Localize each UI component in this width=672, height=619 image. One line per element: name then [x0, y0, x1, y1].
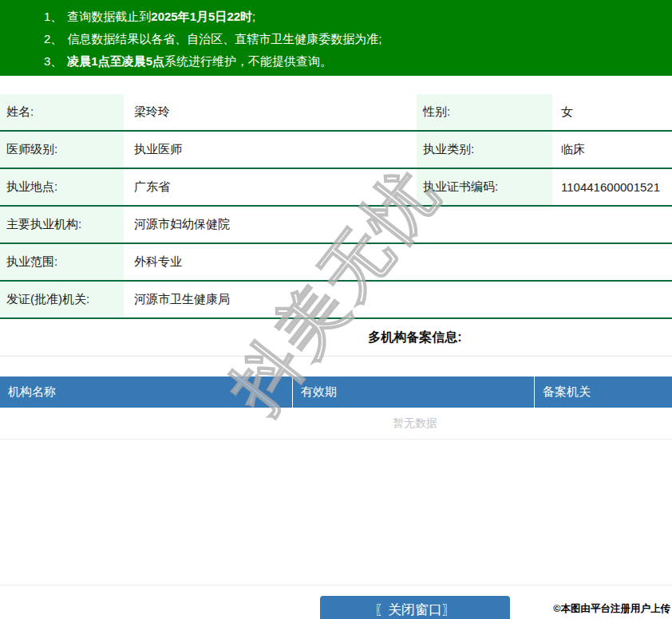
- empty-data-placeholder: 暂无数据: [0, 408, 672, 440]
- copyright-notice: ©本图由平台注册用户上传: [553, 602, 670, 616]
- column-header-filing-authority: 备案机关: [535, 377, 672, 408]
- notice-number: 1、: [44, 10, 62, 23]
- practitioner-info-table: 姓名: 梁玲玲 性别: 女 医师级别: 执业医师 执业类别: 临床 执业地点: …: [0, 94, 672, 440]
- field-value-name: 梁玲玲: [124, 94, 417, 130]
- field-label-certificate-number: 执业证书编码:: [417, 169, 552, 205]
- field-value-main-institution: 河源市妇幼保健院: [124, 207, 672, 242]
- field-label-issuing-authority: 发证(批准)机关:: [0, 282, 124, 317]
- column-header-validity-period: 有效期: [293, 377, 535, 408]
- notice-text: ;: [252, 10, 255, 23]
- field-label-gender: 性别:: [417, 94, 552, 130]
- table-row: 主要执业机构: 河源市妇幼保健院: [0, 207, 672, 244]
- table-row: 姓名: 梁玲玲 性别: 女: [0, 94, 672, 132]
- field-value-certificate-number: 110441600001521: [552, 169, 672, 205]
- notice-text-bold: 凌晨1点至凌晨5点: [67, 54, 164, 68]
- field-value-doctor-level: 执业医师: [124, 132, 417, 168]
- spacer: [0, 357, 672, 377]
- field-label-practice-location: 执业地点:: [0, 169, 124, 205]
- notice-text-bold: 2025年1月5日22时: [151, 10, 252, 23]
- table-row: 执业地点: 广东省 执业证书编码: 110441600001521: [0, 169, 672, 207]
- notice-line-3: 3、凌晨1点至凌晨5点系统进行维护，不能提供查询。: [44, 50, 672, 73]
- notice-number: 3、: [44, 54, 62, 68]
- field-value-practice-location: 广东省: [124, 169, 417, 205]
- table-row: 发证(批准)机关: 河源市卫生健康局: [0, 282, 672, 319]
- column-header-institution-name: 机构名称: [0, 377, 293, 408]
- field-label-practice-scope: 执业范围:: [0, 244, 124, 280]
- notice-banner: 1、查询数据截止到2025年1月5日22时; 2、信息数据结果以各省、自治区、直…: [0, 0, 672, 76]
- multi-institution-section-title: 多机构备案信息:: [0, 319, 672, 357]
- notice-line-1: 1、查询数据截止到2025年1月5日22时;: [44, 6, 672, 28]
- notice-text: 系统进行维护，不能提供查询。: [164, 54, 332, 68]
- field-value-practice-category: 临床: [552, 132, 672, 168]
- close-window-button[interactable]: 〖关闭窗口〗: [320, 596, 510, 619]
- field-value-issuing-authority: 河源市卫生健康局: [124, 282, 672, 317]
- notice-line-2: 2、信息数据结果以各省、自治区、直辖市卫生健康委数据为准;: [44, 28, 672, 50]
- notice-number: 2、: [44, 32, 62, 45]
- field-label-doctor-level: 医师级别:: [0, 132, 124, 168]
- field-label-practice-category: 执业类别:: [417, 132, 552, 168]
- license-query-result-page: 1、查询数据截止到2025年1月5日22时; 2、信息数据结果以各省、自治区、直…: [0, 0, 672, 619]
- field-label-main-institution: 主要执业机构:: [0, 207, 124, 242]
- field-value-practice-scope: 外科专业: [124, 244, 672, 280]
- filing-table-header: 机构名称 有效期 备案机关: [0, 377, 672, 408]
- table-row: 医师级别: 执业医师 执业类别: 临床: [0, 132, 672, 169]
- notice-text: 信息数据结果以各省、自治区、直辖市卫生健康委数据为准;: [67, 32, 381, 45]
- field-label-name: 姓名:: [0, 94, 124, 130]
- table-row: 执业范围: 外科专业: [0, 244, 672, 282]
- field-value-gender: 女: [552, 94, 672, 130]
- notice-text: 查询数据截止到: [67, 10, 151, 23]
